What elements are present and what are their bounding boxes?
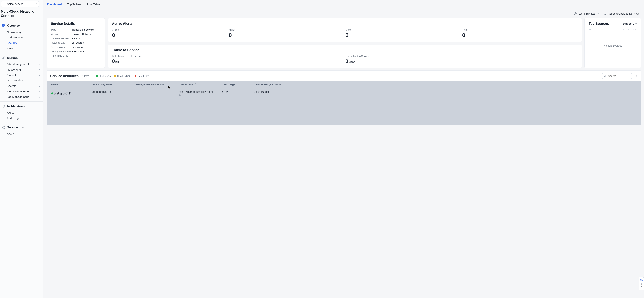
legend-item: Health >95 bbox=[96, 75, 111, 78]
section-head-notifications[interactable]: Notifications bbox=[0, 104, 42, 110]
sidebar-item-about[interactable]: About bbox=[0, 131, 42, 137]
instance-link[interactable]: node-p-n-0111 bbox=[54, 92, 72, 95]
card-title: Service Details bbox=[51, 22, 101, 26]
kv-list: TypeTransparent Service VendorPalo Alto … bbox=[51, 28, 101, 57]
sidebar-item-nfv-services[interactable]: NFV Services bbox=[0, 78, 42, 83]
alerts-grid: Critical0 Major0 Minor0 Total0 bbox=[112, 28, 578, 38]
sidebar-section-overview: Overview Networking Performance Security… bbox=[0, 21, 42, 53]
svg-rect-3 bbox=[3, 4, 4, 4]
info-icon bbox=[194, 83, 196, 86]
health-legend: Health >95 Health 70-95 Health <70 bbox=[96, 75, 149, 78]
tab-flow-table[interactable]: Flow Table bbox=[87, 3, 100, 7]
sidebar-item-firewall[interactable]: Firewall› bbox=[0, 72, 42, 78]
legend-color bbox=[114, 75, 116, 77]
app-title: Multi-Cloud Network Connect bbox=[0, 10, 42, 21]
card-title: Service Instances bbox=[50, 74, 78, 78]
search-input[interactable] bbox=[602, 73, 632, 79]
top-sources-select[interactable]: Data se… bbox=[623, 22, 637, 25]
chevron-right-icon: › bbox=[39, 73, 40, 77]
tab-dashboard[interactable]: Dashboard bbox=[47, 3, 62, 7]
svg-point-17 bbox=[604, 75, 606, 77]
svg-rect-8 bbox=[5, 5, 6, 5]
wrench-icon bbox=[2, 56, 5, 59]
cell-mgmt: — bbox=[136, 90, 179, 96]
chevron-right-icon: › bbox=[39, 95, 40, 98]
svg-point-18 bbox=[636, 76, 637, 77]
sidebar-item-log-management[interactable]: Log Management› bbox=[0, 94, 42, 100]
svg-rect-2 bbox=[5, 3, 6, 3]
sidebar-item-alerts-management[interactable]: Alerts Management› bbox=[0, 89, 42, 94]
stat-major: Major0 bbox=[229, 28, 344, 38]
section-head-service-info[interactable]: Service Info bbox=[0, 125, 42, 131]
svg-rect-7 bbox=[4, 5, 4, 5]
refresh-button[interactable]: Refresh: Updated just now bbox=[603, 12, 639, 15]
svg-rect-11 bbox=[2, 26, 4, 27]
col-cpu[interactable]: CPU Usage bbox=[222, 83, 254, 86]
sidebar-item-site-management[interactable]: Site Management› bbox=[0, 61, 42, 67]
health-dot bbox=[51, 92, 53, 94]
service-select-label: Select service bbox=[7, 3, 23, 6]
section-head-manage[interactable]: Manage bbox=[0, 56, 42, 61]
legend-color bbox=[134, 75, 136, 77]
svg-rect-9 bbox=[2, 25, 4, 26]
chevron-right-icon: › bbox=[39, 90, 40, 93]
clock-icon bbox=[574, 12, 577, 15]
section-title: Service Info bbox=[7, 126, 24, 129]
stat-data-transferred: Data Transferred to Service 0kB bbox=[112, 55, 344, 64]
sidebar-item-security[interactable]: Security bbox=[0, 40, 42, 46]
col-az[interactable]: Availability Zone bbox=[92, 83, 136, 86]
col-mgmt[interactable]: Management Dashboard bbox=[136, 83, 179, 86]
chevron-down-icon bbox=[635, 23, 637, 25]
svg-rect-6 bbox=[3, 5, 4, 5]
sidebar-item-networking-ov[interactable]: Networking bbox=[0, 29, 42, 35]
overview-icon bbox=[2, 24, 5, 27]
sidebar-section-service-info: Service Info About bbox=[0, 123, 42, 138]
apps-icon bbox=[3, 3, 6, 5]
card-title: Top Sources Data se… bbox=[589, 22, 637, 26]
section-head-overview[interactable]: Overview bbox=[0, 24, 42, 29]
legend-color bbox=[96, 75, 98, 77]
col-name[interactable]: Name bbox=[51, 83, 92, 86]
help-icon: ? bbox=[640, 279, 643, 282]
legend-item: Health <70 bbox=[134, 75, 149, 78]
cards: Service Details TypeTransparent Service … bbox=[46, 17, 644, 70]
section-title: Notifications bbox=[7, 105, 25, 108]
sidebar-item-performance[interactable]: Performance bbox=[0, 35, 42, 40]
col-ssh[interactable]: SSH Access bbox=[179, 83, 222, 86]
stat-critical: Critical0 bbox=[112, 28, 227, 38]
stat-throughput: Throughput to Service 0kbps bbox=[346, 55, 578, 64]
chevron-right-icon: › bbox=[39, 84, 40, 88]
copy-icon[interactable] bbox=[179, 93, 222, 96]
svg-rect-21 bbox=[195, 84, 195, 85]
sidebar-item-sites[interactable]: Sites bbox=[0, 46, 42, 51]
traffic-row: Data Transferred to Service 0kB Throughp… bbox=[112, 55, 578, 64]
card-title: Active Alerts bbox=[112, 22, 578, 26]
col-net[interactable]: Network Usage In & Out bbox=[254, 83, 637, 86]
service-select-button[interactable]: Select service bbox=[1, 1, 39, 7]
cell-az: ap-northeast-1a bbox=[92, 90, 136, 96]
main: Dashboard Top Talkers Flow Table Last 5 … bbox=[43, 0, 644, 298]
table-row[interactable]: node-p-n-0111 ap-northeast-1a — ssh -i <… bbox=[47, 88, 641, 98]
time-range-select[interactable]: Last 5 minutes bbox=[574, 12, 599, 15]
middle-column: Active Alerts Critical0 Major0 Minor0 To… bbox=[108, 18, 582, 68]
search-icon bbox=[604, 75, 606, 77]
chevron-down-icon bbox=[597, 13, 599, 15]
sidebar-item-networking-mg[interactable]: Networking› bbox=[0, 67, 42, 72]
sidebar-item-audit-logs[interactable]: Audit Logs bbox=[0, 115, 42, 121]
search-box bbox=[602, 73, 632, 79]
chevron-down-icon bbox=[35, 3, 37, 5]
service-select: Select service bbox=[1, 1, 42, 7]
svg-rect-0 bbox=[3, 3, 4, 3]
help-tab[interactable]: Help ? bbox=[638, 277, 644, 290]
sidebar-item-alerts[interactable]: Alerts bbox=[0, 110, 42, 115]
settings-button[interactable] bbox=[634, 74, 638, 78]
svg-rect-5 bbox=[5, 4, 6, 4]
svg-rect-15 bbox=[4, 127, 4, 128]
tab-top-talkers[interactable]: Top Talkers bbox=[67, 3, 82, 7]
tabs: Dashboard Top Talkers Flow Table bbox=[46, 0, 644, 8]
svg-rect-1 bbox=[4, 3, 4, 3]
cell-net: 0 pps | 0 pps bbox=[254, 90, 637, 96]
sidebar-item-secrets[interactable]: Secrets› bbox=[0, 83, 42, 89]
sidebar: Select service Multi-Cloud Network Conne… bbox=[0, 0, 43, 298]
table-head: Name Availability Zone Management Dashbo… bbox=[47, 81, 641, 88]
